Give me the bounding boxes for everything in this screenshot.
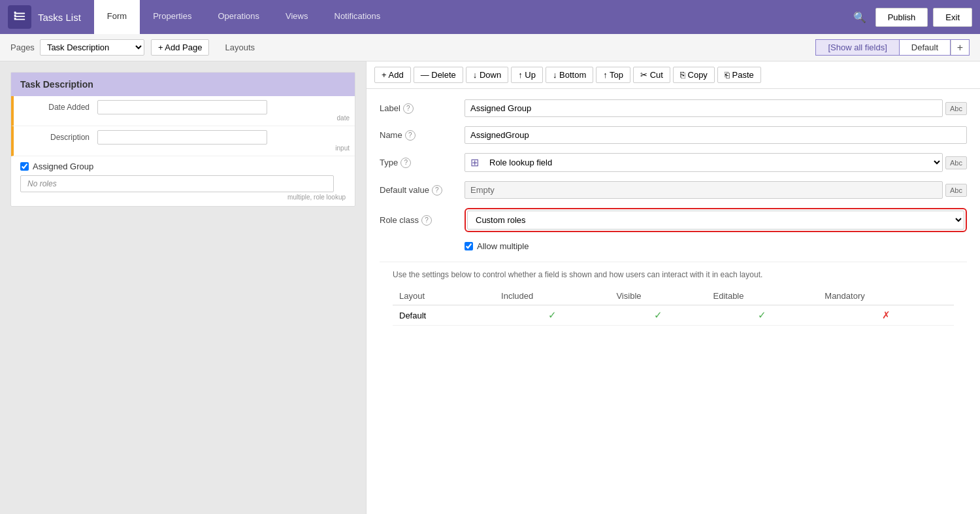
tab-views[interactable]: Views [272, 0, 321, 34]
properties-form: Label ? Abc Name ? Type [367, 89, 980, 336]
row-layout-name: Default [393, 305, 495, 326]
right-panel: + Add — Delete ↓ Down ↑ Up ↓ Bottom ↑ To… [366, 61, 980, 514]
name-row: Name ? [380, 126, 967, 144]
tab-operations[interactable]: Operations [204, 0, 272, 34]
role-class-label: Role class ? [380, 215, 465, 226]
name-input[interactable] [465, 126, 967, 144]
type-icon: ⊞ [465, 156, 484, 169]
default-value-help-icon[interactable]: ? [432, 185, 442, 196]
svg-rect-4 [14, 14, 16, 16]
toolbar: + Add — Delete ↓ Down ↑ Up ↓ Bottom ↑ To… [367, 61, 980, 89]
role-class-select[interactable]: Custom roles System roles All roles [467, 211, 964, 230]
default-value-row: Default value ? Abc [380, 181, 967, 199]
add-button[interactable]: + Add [374, 67, 411, 83]
top-nav: Tasks List Form Properties Operations Vi… [0, 0, 980, 34]
label-help-icon[interactable]: ? [403, 103, 414, 114]
row-mandatory: ✗ [818, 305, 954, 326]
label-abc-badge[interactable]: Abc [945, 102, 967, 115]
pages-bar: Pages Task Description + Add Page Layout… [0, 34, 980, 61]
role-class-help-icon[interactable]: ? [421, 215, 432, 226]
main-content: Task Description Date Added date Descrip… [0, 61, 980, 514]
layout-tab-show-all[interactable]: [Show all fields] [816, 40, 899, 55]
search-button[interactable]: 🔍 [849, 7, 870, 27]
allow-multiple-label: Allow multiple [477, 241, 529, 251]
pages-label: Pages [10, 43, 35, 52]
label-input[interactable] [465, 99, 943, 117]
date-added-label: Date Added [19, 100, 97, 112]
tab-properties[interactable]: Properties [140, 0, 204, 34]
add-layout-button[interactable]: + [951, 40, 969, 55]
svg-rect-3 [14, 12, 16, 14]
name-help-icon[interactable]: ? [405, 130, 416, 141]
cut-button[interactable]: ✂ Cut [633, 67, 670, 83]
type-field-label: Type ? [380, 158, 465, 168]
role-class-select-wrap: Custom roles System roles All roles [465, 208, 967, 232]
publish-button[interactable]: Publish [875, 8, 928, 27]
app-icon [8, 5, 31, 29]
layout-table: Layout Included Visible Editable Mandato… [393, 287, 954, 326]
role-class-row: Role class ? Custom roles System roles A… [380, 208, 967, 232]
description-label: Description [19, 130, 97, 142]
paste-button[interactable]: ⎗ Paste [717, 67, 761, 83]
form-field-date-added: Date Added date [11, 96, 355, 126]
type-help-icon[interactable]: ? [400, 158, 411, 168]
svg-rect-5 [14, 18, 16, 20]
app-title: Tasks List [38, 12, 81, 23]
layout-tabs: [Show all fields] Default + [815, 39, 970, 56]
name-field-label: Name ? [380, 130, 465, 141]
add-page-button[interactable]: + Add Page [151, 39, 210, 56]
default-value-abc-badge[interactable]: Abc [945, 184, 967, 197]
form-field-description: Description input [11, 126, 355, 156]
row-visible: ✓ [610, 305, 706, 326]
type-abc-badge[interactable]: Abc [945, 156, 967, 169]
assigned-group-checkbox[interactable] [20, 162, 29, 171]
form-page: Task Description Date Added date Descrip… [10, 72, 355, 207]
type-select-wrap[interactable]: ⊞ Role lookup field [465, 153, 943, 172]
exit-button[interactable]: Exit [933, 8, 972, 27]
assigned-group-section: Assigned Group No roles multiple, role l… [11, 156, 355, 206]
label-field-label: Label ? [380, 103, 465, 114]
allow-multiple-row: Allow multiple [380, 241, 967, 251]
down-button[interactable]: ↓ Down [466, 67, 508, 83]
bottom-button[interactable]: ↓ Bottom [546, 67, 593, 83]
allow-multiple-checkbox[interactable] [465, 242, 473, 250]
row-included: ✓ [495, 305, 610, 326]
row-editable: ✓ [707, 305, 819, 326]
col-mandatory: Mandatory [818, 287, 954, 305]
field-type-hint: multiple, role lookup [20, 194, 346, 201]
form-page-title: Task Description [11, 73, 355, 96]
copy-button[interactable]: ⎘ Copy [673, 67, 715, 83]
layouts-label: Layouts [225, 43, 255, 52]
tab-notifications[interactable]: Notifications [321, 0, 394, 34]
date-added-hint: date [97, 114, 355, 122]
delete-button[interactable]: — Delete [414, 67, 463, 83]
col-layout: Layout [393, 287, 495, 305]
description-hint: input [97, 145, 355, 152]
layout-settings-desc: Use the settings below to control whethe… [380, 262, 967, 279]
col-editable: Editable [707, 287, 819, 305]
nav-right: 🔍 Publish Exit [849, 7, 972, 27]
nav-tabs: Form Properties Operations Views Notific… [94, 0, 849, 34]
default-value-label: Default value ? [380, 185, 465, 196]
layout-tab-default[interactable]: Default [900, 40, 951, 55]
assigned-group-label: Assigned Group [33, 162, 93, 171]
table-row: Default ✓ ✓ ✓ ✗ [393, 305, 954, 326]
no-roles-box: No roles [20, 175, 334, 192]
pages-select[interactable]: Task Description [40, 39, 144, 56]
type-row: Type ? ⊞ Role lookup field Abc [380, 153, 967, 172]
default-value-input[interactable] [465, 181, 943, 199]
description-input[interactable] [97, 130, 267, 145]
col-visible: Visible [610, 287, 706, 305]
tab-form[interactable]: Form [94, 0, 140, 34]
role-class-highlight: Custom roles System roles All roles [465, 208, 967, 232]
col-included: Included [495, 287, 610, 305]
date-added-input[interactable] [97, 100, 267, 114]
left-panel: Task Description Date Added date Descrip… [0, 61, 366, 514]
label-row: Label ? Abc [380, 99, 967, 117]
up-button[interactable]: ↑ Up [511, 67, 543, 83]
type-select[interactable]: Role lookup field [484, 154, 942, 171]
top-button[interactable]: ↑ Top [596, 67, 630, 83]
